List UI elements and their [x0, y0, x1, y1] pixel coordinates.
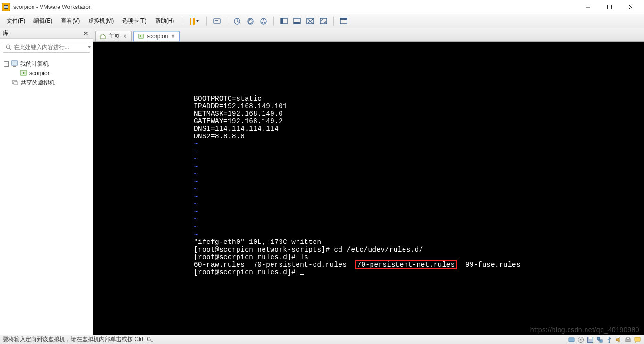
pause-button[interactable] — [186, 16, 203, 27]
app-icon — [2, 3, 10, 11]
usb-icon[interactable] — [605, 336, 613, 344]
svg-rect-24 — [13, 66, 16, 67]
menubar: 文件(F) 编辑(E) 查看(V) 虚拟机(M) 选项卡(T) 帮助(H) — [0, 14, 644, 28]
view-console-button[interactable] — [278, 16, 290, 27]
sidebar: 库 ✕ − 我的计算机 scorpion — [0, 28, 93, 335]
snapshot-revert-button[interactable] — [244, 16, 256, 27]
svg-rect-16 — [294, 22, 300, 24]
close-button[interactable] — [620, 0, 642, 14]
svg-rect-14 — [281, 18, 283, 24]
menu-edit[interactable]: 编辑(E) — [30, 15, 56, 27]
computer-icon — [11, 60, 18, 67]
svg-point-12 — [263, 19, 264, 20]
svg-rect-40 — [627, 337, 629, 339]
tab-label: 主页 — [108, 32, 120, 40]
menu-help[interactable]: 帮助(H) — [151, 15, 178, 27]
menu-view[interactable]: 查看(V) — [57, 15, 83, 27]
search-dropdown-icon[interactable] — [88, 46, 91, 48]
network-icon[interactable] — [596, 336, 603, 344]
svg-rect-41 — [635, 337, 640, 341]
svg-rect-1 — [608, 5, 612, 9]
tab-home[interactable]: 主页 × — [95, 31, 132, 41]
highlight-box: 70-persistent-net.rules — [355, 260, 457, 269]
statusbar-hint: 要将输入定向到该虚拟机，请在虚拟机内部单击或按 Ctrl+G。 — [3, 336, 157, 344]
svg-rect-36 — [597, 337, 600, 340]
content-area: 主页 × scorpion × BOOTPROTO=static IPADDR=… — [93, 28, 644, 335]
svg-rect-4 — [214, 19, 220, 23]
sound-icon[interactable] — [615, 336, 622, 344]
tab-close-button[interactable]: × — [170, 33, 175, 40]
terminal-output: BOOTPROTO=static IPADDR=192.168.149.101 … — [194, 95, 644, 276]
sidebar-close-button[interactable]: ✕ — [82, 30, 90, 37]
tree-item-scorpion[interactable]: scorpion — [2, 68, 91, 78]
menu-vm[interactable]: 虚拟机(M) — [84, 15, 117, 27]
svg-rect-23 — [11, 61, 18, 65]
svg-line-22 — [9, 48, 11, 50]
maximize-button[interactable] — [599, 0, 620, 14]
search-icon — [5, 44, 12, 50]
tab-label: scorpion — [147, 33, 168, 40]
statusbar: 要将输入定向到该虚拟机，请在虚拟机内部单击或按 Ctrl+G。 — [0, 335, 644, 344]
svg-rect-35 — [589, 337, 592, 339]
svg-point-38 — [609, 341, 610, 343]
tab-scorpion[interactable]: scorpion × — [133, 31, 180, 41]
menu-file[interactable]: 文件(F) — [3, 15, 29, 27]
tree-item-shared-vms[interactable]: 共享的虚拟机 — [2, 78, 91, 87]
titlebar: scorpion - VMware Workstation — [0, 0, 644, 14]
svg-rect-5 — [215, 20, 216, 21]
search-box[interactable] — [3, 42, 90, 53]
vm-running-icon — [20, 70, 27, 76]
view-unity-button[interactable] — [291, 16, 303, 27]
vm-running-icon — [138, 33, 144, 40]
svg-rect-20 — [340, 18, 347, 20]
tree-collapse-icon[interactable]: − — [4, 61, 9, 67]
minimize-button[interactable] — [577, 0, 599, 14]
shared-vm-icon — [11, 79, 19, 86]
disk-icon[interactable] — [568, 336, 575, 344]
sidebar-header: 库 ✕ — [0, 28, 93, 39]
tree-label: scorpion — [29, 70, 50, 76]
svg-point-33 — [580, 339, 582, 340]
search-input[interactable] — [12, 44, 86, 50]
menu-tabs[interactable]: 选项卡(T) — [118, 15, 150, 27]
tree-label: 共享的虚拟机 — [21, 79, 55, 87]
tabstrip: 主页 × scorpion × — [93, 28, 644, 42]
snapshot-manager-button[interactable] — [257, 16, 270, 27]
printer-icon[interactable] — [624, 336, 632, 344]
svg-rect-6 — [216, 20, 218, 21]
cdrom-icon[interactable] — [577, 336, 585, 344]
tree-item-my-computer[interactable]: − 我的计算机 — [2, 59, 91, 68]
device-tray — [568, 336, 641, 344]
svg-rect-31 — [569, 338, 574, 342]
message-icon[interactable] — [634, 336, 641, 344]
tab-close-button[interactable]: × — [122, 33, 127, 40]
svg-point-11 — [264, 22, 266, 23]
svg-point-10 — [262, 22, 263, 23]
svg-point-21 — [6, 45, 10, 49]
view-fullscreen-button[interactable] — [317, 16, 330, 27]
vm-console[interactable]: BOOTPROTO=static IPADDR=192.168.149.101 … — [93, 42, 644, 335]
view-stretch-button[interactable] — [304, 16, 316, 27]
snapshot-take-button[interactable] — [231, 16, 243, 27]
home-icon — [99, 33, 106, 40]
svg-rect-18 — [320, 18, 327, 24]
svg-rect-28 — [14, 82, 18, 85]
cursor — [300, 274, 304, 275]
view-library-button[interactable] — [338, 16, 350, 27]
floppy-icon[interactable] — [586, 336, 594, 344]
window-title: scorpion - VMware Workstation — [13, 4, 92, 10]
tree-label: 我的计算机 — [20, 60, 49, 68]
send-ctrlaltdel-button[interactable] — [211, 16, 223, 27]
sidebar-title: 库 — [3, 29, 8, 37]
library-tree: − 我的计算机 scorpion 共享的虚拟机 — [0, 56, 93, 335]
